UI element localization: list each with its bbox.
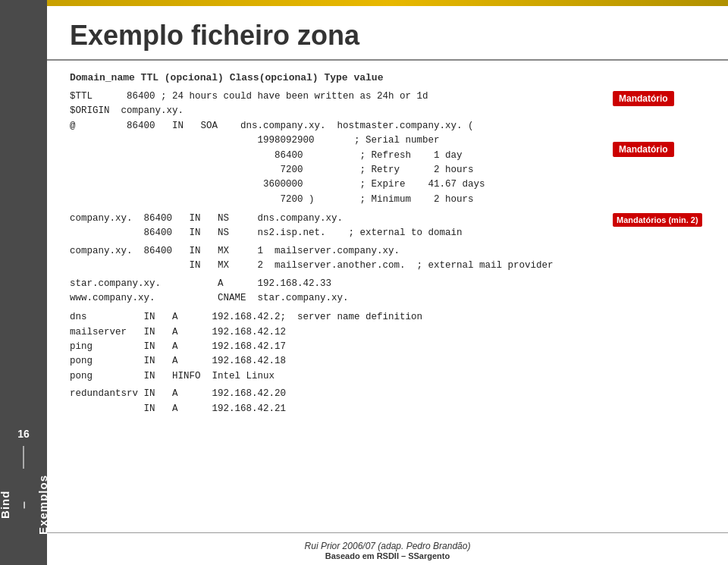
red2-line: IN A 192.168.42.21 [70, 402, 607, 416]
mail-a-line: mailserver IN A 192.168.42.12 [70, 325, 607, 340]
bottom-a-section: dns IN A 192.168.42.2; server name defin… [70, 310, 705, 384]
page-title: Exemplo ficheiro zona [70, 20, 705, 52]
soa-header-line: @ 86400 IN SOA dns.company.xy. hostmaste… [70, 119, 607, 133]
soa-serial-line: 1998092900 ; Serial number [70, 133, 607, 148]
sidebar-labels: Bind – Exemplos [0, 475, 49, 535]
page-number: 16 [17, 428, 30, 440]
bottom-a-label-col [607, 310, 705, 312]
sidebar: 16 Bind – Exemplos [0, 0, 47, 565]
a-lines: star.company.xy. A 192.168.42.33 www.com… [70, 277, 607, 306]
ns-label-col: Mandatórios (min. 2) [607, 212, 705, 227]
soa-retry-line: 7200 ; Retry 2 hours [70, 163, 607, 177]
header-text: Domain_name TTL (opcional) Class(opciona… [70, 72, 383, 83]
mx-section: company.xy. 86400 IN MX 1 mailserver.com… [70, 244, 705, 274]
ttl-label-col: Mandatório [607, 89, 705, 106]
ttl-line: $TTL 86400 ; 24 hours could have been wr… [70, 89, 607, 104]
mx-label-col [607, 244, 705, 246]
pong-h-line: pong IN HINFO Intel Linux [70, 369, 607, 384]
mx2-line: IN MX 2 mailserver.another.com. ; extern… [70, 259, 607, 273]
a1-line: star.company.xy. A 192.168.42.33 [70, 277, 607, 291]
ttl-section: $TTL 86400 ; 24 hours could have been wr… [70, 89, 705, 119]
footer-line1: Rui Prior 2006/07 (adap. Pedro Brandão) [47, 541, 728, 551]
soa-refresh-line: 86400 ; Refresh 1 day [70, 149, 607, 163]
ping-a-line: ping IN A 192.168.42.17 [70, 340, 607, 354]
ns2-line: 86400 IN NS ns2.isp.net. ; external to d… [70, 226, 607, 240]
content-area: Domain_name TTL (opcional) Class(opciona… [47, 61, 728, 532]
redundant-section: redundantsrv IN A 192.168.42.20 IN A 192… [70, 387, 705, 416]
footer: Rui Prior 2006/07 (adap. Pedro Brandão) … [47, 532, 728, 565]
header-row: Domain_name TTL (opcional) Class(opciona… [70, 72, 705, 83]
red1-line: redundantsrv IN A 192.168.42.20 [70, 387, 607, 401]
soa-minimum-line: 7200 ) ; Minimum 2 hours [70, 193, 607, 207]
title-area: Exemplo ficheiro zona [47, 6, 728, 61]
zone-file: $TTL 86400 ; 24 hours could have been wr… [70, 89, 705, 416]
mx1-line: company.xy. 86400 IN MX 1 mailserver.com… [70, 244, 607, 259]
soa-lines: @ 86400 IN SOA dns.company.xy. hostmaste… [70, 119, 607, 207]
soa-mandatorio-label: Mandatório [613, 142, 674, 157]
soa-section: @ 86400 IN SOA dns.company.xy. hostmaste… [70, 119, 705, 207]
a-label-col [607, 277, 705, 278]
ns-lines: company.xy. 86400 IN NS dns.company.xy. … [70, 212, 607, 241]
bottom-a-lines: dns IN A 192.168.42.2; server name defin… [70, 310, 607, 384]
a-section: star.company.xy. A 192.168.42.33 www.com… [70, 277, 705, 306]
ns-section: company.xy. 86400 IN NS dns.company.xy. … [70, 212, 705, 241]
top-bar [47, 0, 728, 6]
ttl-mandatorio-label: Mandatório [613, 91, 674, 106]
ns-mandatorio-label: Mandatórios (min. 2) [613, 213, 702, 227]
origin-line: $ORIGIN company.xy. [70, 104, 607, 118]
page-container: 16 Bind – Exemplos Exemplo ficheiro zona… [0, 0, 728, 565]
ttl-lines: $TTL 86400 ; 24 hours could have been wr… [70, 89, 607, 119]
redundant-label-col [607, 387, 705, 388]
ns1-line: company.xy. 86400 IN NS dns.company.xy. [70, 212, 607, 226]
a2-line: www.company.xy. CNAME star.company.xy. [70, 291, 607, 306]
redundant-lines: redundantsrv IN A 192.168.42.20 IN A 192… [70, 387, 607, 416]
pong-a-line: pong IN A 192.168.42.18 [70, 354, 607, 369]
main-content: Exemplo ficheiro zona Domain_name TTL (o… [47, 0, 728, 565]
mx-lines: company.xy. 86400 IN MX 1 mailserver.com… [70, 244, 607, 274]
soa-label-col: Mandatório [607, 119, 705, 157]
dns-a-line: dns IN A 192.168.42.2; server name defin… [70, 310, 607, 325]
soa-expire-line: 3600000 ; Expire 41.67 days [70, 177, 607, 192]
footer-line2: Baseado em RSDII – SSargento [47, 551, 728, 560]
sidebar-bind-label: Bind [0, 491, 11, 519]
